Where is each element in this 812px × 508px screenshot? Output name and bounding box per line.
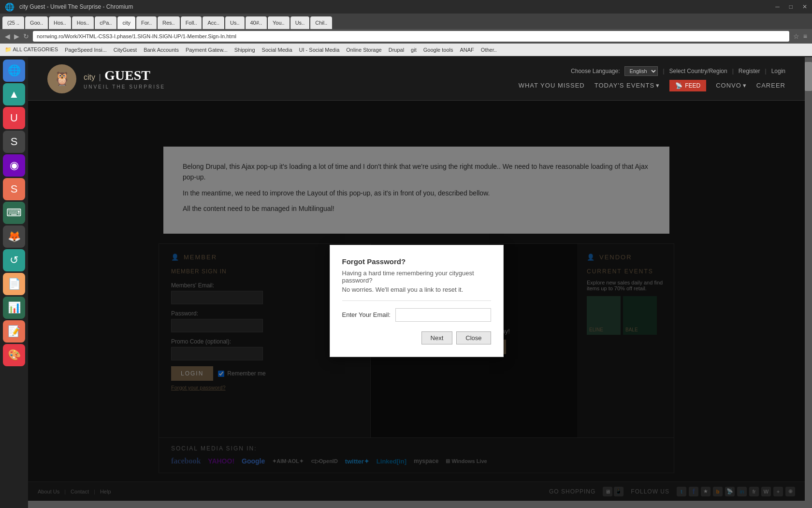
sidebar-icon-4[interactable]: S [3, 131, 25, 153]
bookmark-star[interactable]: ☆ [793, 32, 799, 40]
sidebar-icon-12[interactable]: 📝 [3, 320, 25, 343]
bookmark-git[interactable]: git [408, 46, 419, 54]
reload-button[interactable]: ↻ [23, 32, 29, 40]
tab-city[interactable]: city [117, 16, 135, 29]
sidebar-icon-5[interactable]: ◉ [3, 154, 25, 177]
divider-1: | [663, 68, 664, 75]
select-country-label[interactable]: Select Country/Region [669, 68, 727, 75]
title-bar: 🌐 city Guest - Unveil The Surprise - Chr… [0, 0, 812, 14]
tab-cpa[interactable]: cPa.. [95, 16, 116, 29]
header-right: Choose Language: English | Select Countr… [519, 66, 785, 91]
chevron-down-icon-2: ▾ [743, 82, 747, 89]
tab-chil[interactable]: Chil.. [310, 16, 332, 29]
choose-language-label: Choose Language: [571, 68, 620, 75]
chevron-down-icon: ▾ [656, 82, 660, 89]
bookmarks-bar: 📁 ALL CATEGORIES PageSpeed Insi... CityG… [0, 44, 812, 56]
bookmark-cityguest[interactable]: CityGuest [111, 46, 139, 54]
bookmark-payment[interactable]: Payment Gatew... [183, 46, 230, 54]
modal-description: Having a hard time remembering your city… [342, 269, 491, 284]
sidebar-icon-11[interactable]: 📊 [3, 297, 25, 319]
divider-2: | [732, 68, 734, 75]
tab-foll[interactable]: Foll.. [181, 16, 202, 29]
close-btn[interactable]: ✕ [802, 3, 807, 10]
minimize-btn[interactable]: ─ [775, 3, 780, 10]
back-button[interactable]: ◀ [5, 32, 10, 40]
modal-close-button[interactable]: Close [456, 331, 491, 344]
site-header: 🦉 city | GUEST UNVEIL THE SURPRISE Choos… [28, 57, 805, 101]
sidebar-icon-2[interactable]: ▲ [3, 83, 25, 105]
feed-icon: 📡 [675, 82, 682, 89]
sidebar-icon-7[interactable]: ⌨ [3, 202, 25, 224]
register-link[interactable]: Register [739, 68, 760, 75]
sidebar-icon-10[interactable]: 📄 [3, 273, 25, 295]
left-sidebar: 🌐 ▲ U S ◉ S ⌨ 🦊 ↺ 📄 📊 📝 🎨 [0, 57, 28, 508]
nav-convo[interactable]: CONVO ▾ [716, 82, 747, 89]
nav-what-you-missed[interactable]: WHAT YOU MISSED [519, 82, 585, 89]
tab-res[interactable]: Res.. [158, 16, 180, 29]
modal-email-field: Enter Your Email: [342, 308, 491, 322]
tab-you[interactable]: You.. [268, 16, 290, 29]
address-input[interactable]: norrwing.ro/Work/XHTML-CSS3-I.phase/1.SI… [33, 31, 789, 42]
modal-overlay: Forgot Password? Having a hard time reme… [28, 101, 805, 501]
bookmark-online-storage[interactable]: Online Storage [344, 46, 384, 54]
bookmark-bank-accounts[interactable]: Bank Accounts [141, 46, 181, 54]
modal-subtitle: No worries. We'll email you a link to re… [342, 286, 491, 293]
logo-guest: GUEST [104, 68, 150, 83]
modal-next-button[interactable]: Next [421, 331, 453, 344]
address-bar: ◀ ▶ ↻ norrwing.ro/Work/XHTML-CSS3-I.phas… [0, 29, 812, 44]
scrollbar[interactable] [805, 57, 812, 508]
scrollbar-thumb[interactable] [805, 62, 812, 91]
logo-area: 🦉 city | GUEST UNVEIL THE SURPRISE [47, 64, 165, 93]
bookmark-other[interactable]: Other.. [478, 46, 499, 54]
logo-separator: | [99, 73, 101, 81]
divider-3: | [765, 68, 767, 75]
bookmark-social-media[interactable]: Social Media [260, 46, 295, 54]
modal-dialog: Forgot Password? Having a hard time reme… [330, 245, 504, 357]
sidebar-icon-9[interactable]: ↺ [3, 249, 25, 271]
tab-goo[interactable]: Goo.. [25, 16, 48, 29]
tab-25[interactable]: (25 .. [2, 16, 24, 29]
content-overlay: Belong Drupal, this Ajax pop-up it's loa… [28, 101, 805, 501]
tab-hos1[interactable]: Hos.. [49, 16, 71, 29]
bookmark-ui-social[interactable]: UI - Social Media [297, 46, 342, 54]
bookmark-google-tools[interactable]: Google tools [421, 46, 456, 54]
tab-for[interactable]: For.. [136, 16, 157, 29]
login-link[interactable]: Login [771, 68, 785, 75]
modal-divider [342, 300, 491, 301]
sidebar-icon-6[interactable]: S [3, 178, 25, 200]
bookmark-shipping[interactable]: Shipping [232, 46, 258, 54]
logo-city: city [84, 73, 95, 81]
main-area: 🦉 city | GUEST UNVEIL THE SURPRISE Choos… [28, 57, 812, 508]
language-select[interactable]: English [624, 66, 658, 76]
logo-owl-icon: 🦉 [47, 64, 76, 93]
sidebar-icon-3[interactable]: U [3, 107, 25, 129]
tab-us2[interactable]: Us.. [290, 16, 310, 29]
tab-40[interactable]: 40#.. [246, 16, 267, 29]
nav-todays-events[interactable]: TODAY'S EVENTS ▾ [594, 82, 660, 89]
modal-email-input[interactable] [395, 308, 491, 322]
tab-us1[interactable]: Us.. [225, 16, 245, 29]
logo-tagline: UNVEIL THE SURPRISE [84, 84, 165, 90]
logo-text: city | GUEST [84, 68, 165, 83]
sidebar-icon-13[interactable]: 🎨 [3, 344, 25, 366]
header-top-links: Choose Language: English | Select Countr… [571, 66, 785, 76]
bookmark-all-categories[interactable]: 📁 ALL CATEGORIES [2, 45, 60, 54]
tab-hos2[interactable]: Hos.. [72, 16, 94, 29]
forward-button[interactable]: ▶ [14, 32, 19, 40]
tab-bar: (25 .. Goo.. Hos.. Hos.. cPa.. city For.… [0, 14, 812, 29]
menu-button[interactable]: ≡ [803, 32, 807, 40]
sidebar-icon-1[interactable]: 🌐 [3, 60, 25, 82]
window-title: city Guest - Unveil The Surprise - Chrom… [19, 3, 133, 10]
website: 🦉 city | GUEST UNVEIL THE SURPRISE Choos… [28, 57, 805, 501]
modal-buttons: Next Close [342, 331, 491, 344]
bookmark-drupal[interactable]: Drupal [386, 46, 406, 54]
header-nav: WHAT YOU MISSED TODAY'S EVENTS ▾ 📡 FEED … [519, 80, 785, 91]
maximize-btn[interactable]: □ [789, 3, 793, 10]
modal-title: Forgot Password? [342, 257, 491, 266]
feed-button[interactable]: 📡 FEED [669, 80, 706, 91]
sidebar-icon-8[interactable]: 🦊 [3, 225, 25, 248]
nav-career[interactable]: CAREER [756, 82, 785, 89]
bookmark-anaf[interactable]: ANAF [458, 46, 477, 54]
tab-acc[interactable]: Acc.. [203, 16, 224, 29]
bookmark-pagespeed[interactable]: PageSpeed Insi... [62, 46, 109, 54]
